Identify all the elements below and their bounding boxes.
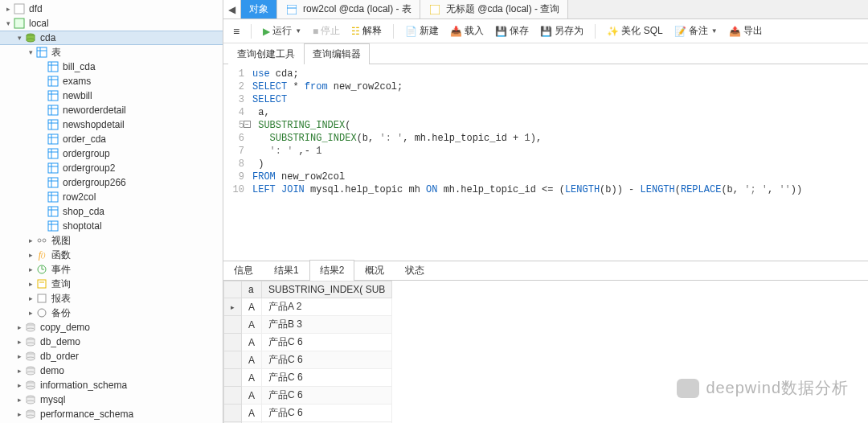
load-button[interactable]: 📥载入 — [447, 23, 487, 39]
svg-point-58 — [27, 343, 35, 346]
tree-item-table[interactable]: bill_cda — [0, 60, 223, 74]
tree-item-table[interactable]: order_cda — [0, 132, 223, 146]
tab-objects[interactable]: 对象 — [241, 0, 277, 18]
tree-item-dfd[interactable]: ▸ dfd — [0, 2, 223, 16]
tab-result-status[interactable]: 状态 — [395, 260, 435, 281]
tab-row2col[interactable]: row2col @cda (local) - 表 — [277, 0, 420, 18]
tree-group-functions[interactable]: ▸f()函数 — [0, 248, 223, 262]
svg-rect-17 — [48, 105, 58, 115]
tree-item-table[interactable]: newshopdetail — [0, 117, 223, 132]
tree-item-table[interactable]: row2col — [0, 190, 223, 204]
tree-group-reports[interactable]: ▸报表 — [0, 291, 223, 306]
events-icon — [35, 263, 48, 276]
tree-item-database[interactable]: ▸mysql — [0, 392, 223, 407]
tree-item-table[interactable]: shoptotal — [0, 219, 223, 233]
tab-result-1[interactable]: 结果1 — [264, 260, 309, 281]
chevron-right-icon[interactable]: ▸ — [3, 5, 13, 13]
tree-item-table[interactable]: exams — [0, 74, 223, 88]
tab-app-back[interactable]: ◀ — [223, 0, 241, 18]
tree-group-backups[interactable]: ▸备份 — [0, 306, 223, 320]
stop-icon: ■ — [313, 26, 318, 37]
database-icon — [24, 408, 37, 421]
database-icon — [24, 335, 37, 348]
tab-query-builder[interactable]: 查询创建工具 — [228, 43, 304, 64]
table-row[interactable]: A产品C 6 — [224, 387, 392, 405]
row-selector-header[interactable] — [224, 281, 242, 298]
tab-untitled-query[interactable]: 无标题 @cda (local) - 查询 — [420, 0, 569, 18]
chevron-down-icon[interactable]: ▾ — [26, 48, 35, 56]
database-icon — [24, 379, 37, 392]
table-row[interactable]: A产品C 6 — [224, 334, 392, 351]
tree-item-database[interactable]: ▸performance_schema — [0, 407, 223, 421]
tab-result-profile[interactable]: 概况 — [354, 260, 395, 281]
chevron-down-icon[interactable]: ▼ — [295, 27, 301, 35]
tree-group-queries[interactable]: ▸查询 — [0, 277, 223, 291]
tree-group-events[interactable]: ▸事件 — [0, 262, 223, 277]
report-icon — [35, 292, 48, 305]
svg-point-52 — [38, 309, 46, 317]
svg-point-64 — [27, 372, 35, 375]
tree-item-table[interactable]: shop_cda — [0, 204, 223, 219]
code-area[interactable]: use cda; SELECT * from new_row2col; SELE… — [252, 68, 868, 261]
table-row[interactable]: A产品C 6 — [224, 369, 392, 387]
row-selector[interactable] — [224, 316, 242, 334]
svg-rect-41 — [48, 221, 58, 231]
run-button[interactable]: ▶运行▼ — [260, 23, 305, 39]
tree-item-table[interactable]: ordergroup266 — [0, 175, 223, 190]
row-selector[interactable] — [224, 405, 242, 422]
svg-rect-20 — [48, 120, 58, 129]
table-row[interactable]: A产品C 6 — [224, 405, 392, 422]
menu-button[interactable]: ≡ — [230, 23, 243, 39]
row-selector[interactable] — [224, 351, 242, 369]
tree-item-table[interactable]: newbill — [0, 88, 223, 103]
tree-item-database[interactable]: ▸copy_demo — [0, 320, 223, 335]
tree-item-database[interactable]: ▸information_schema — [0, 378, 223, 392]
save-as-button[interactable]: 💾另存为 — [537, 23, 587, 39]
stop-button[interactable]: ■停止 — [309, 23, 343, 39]
column-header[interactable]: a — [242, 281, 262, 298]
table-icon — [47, 162, 59, 175]
tab-query-editor[interactable]: 查询编辑器 — [304, 43, 370, 64]
table-icon — [47, 60, 59, 73]
new-button[interactable]: 📄新建 — [402, 23, 442, 39]
beautify-button[interactable]: ✨美化 SQL — [604, 23, 665, 39]
tree-item-local[interactable]: ▾ local — [0, 16, 223, 31]
remark-button[interactable]: 📝备注▼ — [671, 23, 721, 39]
connection-tree[interactable]: ▸ dfd ▾ local ▾ cda ▾ 表 bill_cdaexamsnew… — [0, 0, 223, 423]
svg-point-73 — [27, 415, 35, 418]
svg-rect-35 — [48, 192, 58, 202]
fold-icon[interactable]: − — [244, 121, 251, 128]
row-selector[interactable] — [224, 334, 242, 351]
result-grid[interactable]: a SUBSTRING_INDEX( SUB ▸A产品A 2A产品B 3A产品C… — [223, 281, 868, 423]
tree-item-table[interactable]: ordergroup — [0, 146, 223, 161]
chevron-down-icon[interactable]: ▾ — [14, 34, 24, 42]
row-selector[interactable] — [224, 369, 242, 387]
table-row[interactable]: A产品B 3 — [224, 316, 392, 334]
svg-rect-26 — [48, 149, 58, 158]
save-button[interactable]: 💾保存 — [492, 23, 532, 39]
row-selector[interactable] — [224, 387, 242, 405]
svg-rect-38 — [48, 207, 58, 216]
table-icon — [47, 104, 59, 117]
table-row[interactable]: A产品C 6 — [224, 351, 392, 369]
export-button[interactable]: 📤导出 — [726, 23, 766, 39]
tree-group-tables[interactable]: ▾ 表 — [0, 45, 223, 60]
tree-item-database[interactable]: ▸db_order — [0, 349, 223, 363]
line-gutter: 1234 5− 678910 — [223, 68, 252, 261]
tree-item-table[interactable]: ordergroup2 — [0, 161, 223, 175]
tab-result-2[interactable]: 结果2 — [309, 260, 355, 281]
tab-result-info[interactable]: 信息 — [223, 260, 264, 281]
column-header[interactable]: SUBSTRING_INDEX( SUB — [262, 281, 392, 298]
row-selector[interactable]: ▸ — [224, 298, 242, 316]
tree-item-table[interactable]: neworderdetail — [0, 103, 223, 117]
chevron-down-icon[interactable]: ▼ — [711, 27, 718, 35]
tree-group-views[interactable]: ▸视图 — [0, 233, 223, 248]
explain-button[interactable]: ☷解释 — [348, 23, 385, 39]
tree-item-cda[interactable]: ▾ cda — [0, 31, 223, 45]
tree-item-database[interactable]: ▸db_demo — [0, 335, 223, 349]
sql-editor[interactable]: 1234 5− 678910 use cda; SELECT * from ne… — [223, 64, 868, 261]
toolbar: ≡ ▶运行▼ ■停止 ☷解释 📄新建 📥载入 💾保存 💾另存为 ✨美化 SQL … — [223, 19, 868, 43]
tree-item-database[interactable]: ▸demo — [0, 363, 223, 378]
chevron-down-icon[interactable]: ▾ — [3, 19, 13, 27]
table-row[interactable]: ▸A产品A 2 — [224, 298, 392, 316]
